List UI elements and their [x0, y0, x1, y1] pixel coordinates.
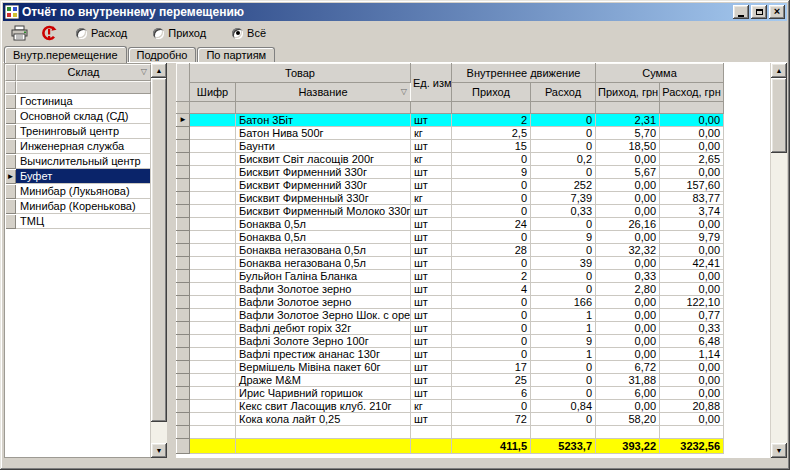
warehouse-list-item[interactable]: Минибар (Лукьянова) [5, 184, 151, 199]
maximize-icon [756, 9, 763, 15]
warehouse-scrollbar[interactable]: ▲ ▼ [151, 63, 167, 458]
minimize-button[interactable] [733, 5, 749, 19]
warehouse-filter-cell [16, 81, 151, 94]
cell-shifr [190, 205, 236, 218]
radio-option[interactable]: Всё [232, 27, 266, 39]
cell-prihod: 0 [452, 153, 531, 166]
warehouse-column-header[interactable]: Склад ▽ [16, 64, 151, 81]
row-marker-icon [5, 199, 16, 214]
product-row[interactable]: Бульйон Галіна Бланкашт200,330,00 [177, 270, 724, 283]
cell-name: Вафли Золотое зерно [236, 296, 411, 309]
product-row[interactable]: Бисквит Фирменний 330гшт02520,00157,60 [177, 179, 724, 192]
radio-option[interactable]: Расход [76, 27, 127, 39]
product-row[interactable]: Бонаква негазована 0,5лшт28032,320,00 [177, 244, 724, 257]
product-row[interactable]: Батон Нива 500гкг2,505,700,00 [177, 127, 724, 140]
cell-unit: шт [411, 348, 452, 361]
close-button[interactable]: × [769, 5, 785, 19]
group-header-sum[interactable]: Сумма [596, 64, 724, 83]
product-row[interactable]: Бисквит Фирменний 330гшт905,670,00 [177, 166, 724, 179]
product-row[interactable]: Вафли Золотое зерношт402,800,00 [177, 283, 724, 296]
warehouse-list-item[interactable]: ►Буфет [5, 169, 151, 184]
product-row[interactable]: Бисквит Фирменный 330гкг07,390,0083,77 [177, 192, 724, 205]
column-header-rashod[interactable]: Расход [531, 83, 596, 102]
product-row[interactable]: Кока кола лайт 0,25шт72058,200,00 [177, 413, 724, 426]
product-row[interactable]: Вафлі престиж ананас 130гшт010,001,14 [177, 348, 724, 361]
tab[interactable]: По партиям [197, 47, 275, 62]
table-scrollbar-thumb[interactable] [771, 78, 787, 153]
cell-unit: шт [411, 413, 452, 426]
column-header-prihod[interactable]: Приход [452, 83, 531, 102]
tab[interactable]: Подробно [128, 47, 197, 62]
warehouse-scrollbar-thumb[interactable] [151, 78, 167, 422]
tab[interactable]: Внутр.перемещение [4, 46, 127, 63]
product-row[interactable]: Бисквит Світ ласощів 200гкг00,20,002,65 [177, 153, 724, 166]
product-row[interactable]: Бонаква негазована 0,5лшт0390,0042,41 [177, 257, 724, 270]
warehouse-list: ГостиницаОсновной склад (СД)Тренинговый … [5, 94, 151, 229]
row-marker-icon [177, 140, 190, 153]
cell-rashod-grn: 122,10 [660, 296, 724, 309]
product-row[interactable]: Вафлі Золоте Зерно 100гшт090,006,48 [177, 335, 724, 348]
product-row[interactable]: Ирис Чаривний горишокшт606,000,00 [177, 387, 724, 400]
scroll-down-icon[interactable]: ▼ [771, 443, 787, 458]
cell-rashod-grn: 0,00 [660, 114, 724, 127]
print-button[interactable] [8, 23, 30, 43]
product-row[interactable]: Бонаква 0,5лшт090,009,79 [177, 231, 724, 244]
window-title: Отчёт по внутреннему перемещению [22, 5, 731, 19]
column-header-unit[interactable]: Ед. изм. [411, 64, 452, 102]
cell-rashod-grn: 0,00 [660, 218, 724, 231]
cell-rashod: 0,33 [531, 205, 596, 218]
cell-name: Бонаква 0,5л [236, 218, 411, 231]
group-header-tovar[interactable]: Товар [190, 64, 411, 83]
product-row[interactable]: Вермішель Мівіна пакет 60гшт1706,720,00 [177, 361, 724, 374]
grid-filter-row[interactable] [177, 102, 724, 114]
radio-option[interactable]: Приход [153, 27, 206, 39]
group-header-movement[interactable]: Внутреннее движение [452, 64, 596, 83]
product-row[interactable]: Вафли Золотое Зерно Шок. с орехами 100гш… [177, 309, 724, 322]
scroll-down-icon[interactable]: ▼ [151, 443, 167, 458]
column-header-shifr[interactable]: Шифр [190, 83, 236, 102]
column-header-rashod-grn[interactable]: Расход, грн [660, 83, 724, 102]
row-marker-icon [177, 400, 190, 413]
cell-rashod-grn: 9,79 [660, 231, 724, 244]
product-row[interactable]: Бонаква 0,5лшт24026,160,00 [177, 218, 724, 231]
cell-shifr [190, 335, 236, 348]
cell-shifr [190, 192, 236, 205]
warehouse-grid: Склад ▽ ГостиницаОсновной склад (СД)Трен… [4, 63, 151, 458]
cell-prihod: 0 [452, 322, 531, 335]
scroll-up-icon[interactable]: ▲ [771, 63, 787, 78]
sort-icon[interactable]: ▽ [401, 88, 407, 96]
product-row[interactable]: Вафли Золотое зерношт01660,00122,10 [177, 296, 724, 309]
table-scrollbar[interactable]: ▲ ▼ [771, 63, 787, 458]
warehouse-list-item[interactable]: Тренинговый центр [5, 124, 151, 139]
product-row[interactable]: Драже M&Mшт25031,880,00 [177, 374, 724, 387]
sort-icon[interactable]: ▽ [141, 68, 147, 76]
warehouse-list-item[interactable]: Основной склад (СД) [5, 109, 151, 124]
column-header-prihod-grn[interactable]: Приход, грн [596, 83, 660, 102]
refresh-button[interactable] [38, 23, 60, 43]
row-marker-icon [5, 154, 16, 169]
row-marker-icon [5, 184, 16, 199]
maximize-button[interactable] [751, 5, 767, 19]
cell-shifr [190, 218, 236, 231]
scroll-up-icon[interactable]: ▲ [151, 63, 167, 78]
warehouse-filter-row[interactable] [5, 81, 151, 94]
column-header-name[interactable]: Название ▽ [236, 83, 411, 102]
row-marker-icon [177, 205, 190, 218]
cell-shifr [190, 257, 236, 270]
warehouse-list-item[interactable]: Вычислительный центр [5, 154, 151, 169]
cell-prihod: 0 [452, 296, 531, 309]
product-row[interactable]: Вафлі дебют горіх 32гшт010,000,33 [177, 322, 724, 335]
warehouse-list-item[interactable]: ТМЦ [5, 214, 151, 229]
product-row[interactable]: Баунтишт15018,500,00 [177, 140, 724, 153]
grid-gutter-header [177, 64, 190, 102]
warehouse-name: Тренинговый центр [16, 124, 151, 139]
product-row[interactable]: Кекс свит Ласощив клуб. 210гкг00,840,002… [177, 400, 724, 413]
warehouse-list-item[interactable]: Гостиница [5, 94, 151, 109]
product-row[interactable]: Бисквит Фирменный Молоко 330гшт00,330,00… [177, 205, 724, 218]
cell-rashod-grn: 2,65 [660, 153, 724, 166]
product-row[interactable]: ►Батон 3Бітшт202,310,00 [177, 114, 724, 127]
warehouse-list-item[interactable]: Инженерная служба [5, 139, 151, 154]
radio-label: Расход [91, 27, 127, 39]
cell-rashod: 9 [531, 335, 596, 348]
warehouse-list-item[interactable]: Минибар (Коренькова) [5, 199, 151, 214]
